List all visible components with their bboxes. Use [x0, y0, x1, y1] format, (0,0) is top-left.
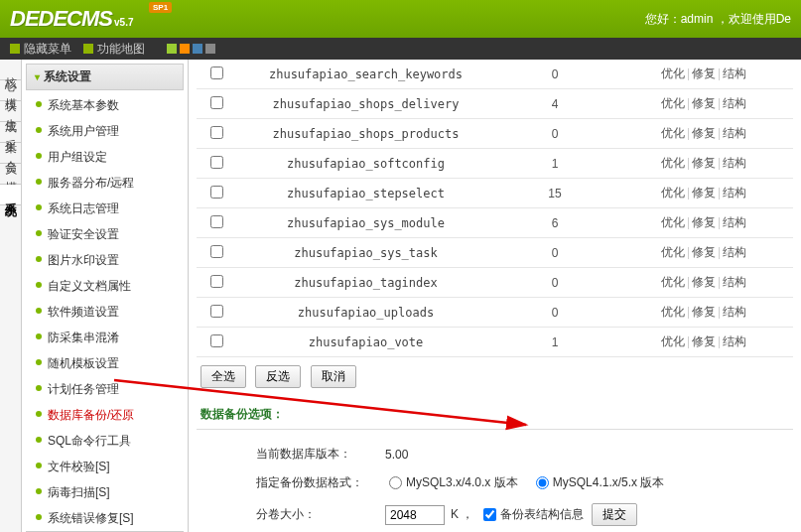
structure-link[interactable]: 结构	[723, 126, 746, 140]
repair-link[interactable]: 修复	[692, 96, 716, 110]
vtab-system[interactable]: 系统	[0, 185, 21, 205]
sp-badge: SP1	[149, 2, 172, 13]
sidebar-item[interactable]: 系统用户管理	[26, 118, 184, 144]
sidebar-item[interactable]: 图片水印设置	[26, 247, 184, 273]
sidebar-item[interactable]: 软件频道设置	[26, 299, 184, 325]
hide-menu-link[interactable]: 隐藏菜单	[10, 41, 71, 58]
cancel-button[interactable]: 取消	[311, 365, 356, 388]
sidebar-item[interactable]: 系统基本参数	[26, 92, 184, 118]
repair-link[interactable]: 修复	[692, 126, 716, 140]
vtab-collect[interactable]: 采集	[0, 122, 21, 143]
structure-link[interactable]: 结构	[723, 96, 746, 110]
row-checkbox[interactable]	[210, 215, 223, 228]
optimize-link[interactable]: 优化	[661, 275, 685, 289]
format-radio-old[interactable]	[389, 476, 402, 489]
hide-menu-label: 隐藏菜单	[24, 41, 71, 58]
theme-orange[interactable]	[180, 44, 190, 54]
optimize-link[interactable]: 优化	[661, 186, 685, 200]
structure-link[interactable]: 结构	[723, 334, 746, 348]
optimize-link[interactable]: 优化	[661, 126, 685, 140]
optimize-link[interactable]: 优化	[661, 96, 685, 110]
row-checkbox[interactable]	[210, 96, 223, 109]
repair-link[interactable]: 修复	[692, 186, 716, 200]
sidebar-item[interactable]: 用户组设定	[26, 144, 184, 170]
sidebar-section-system[interactable]: 系统设置	[26, 64, 184, 90]
invert-select-button[interactable]: 反选	[255, 365, 301, 388]
optimize-link[interactable]: 优化	[661, 245, 685, 259]
row-checkbox[interactable]	[210, 245, 223, 258]
vtab-core[interactable]: 核心	[0, 60, 21, 80]
sidebar-item[interactable]: 防采集串混淆	[26, 325, 184, 350]
sidebar: 系统设置 系统基本参数 系统用户管理 用户组设定 服务器分布/远程 系统日志管理…	[22, 60, 189, 532]
sidebar-item[interactable]: SQL命令行工具	[26, 428, 184, 454]
sidebar-item[interactable]: 服务器分布/远程	[26, 170, 184, 196]
sidebar-item-db-backup[interactable]: 数据库备份/还原	[26, 402, 184, 428]
vtab-member[interactable]: 会员	[0, 143, 21, 164]
optimize-link[interactable]: 优化	[661, 305, 685, 319]
backup-options-title: 数据备份选项：	[197, 396, 793, 430]
sidebar-item[interactable]: 随机模板设置	[26, 350, 184, 376]
optimize-link[interactable]: 优化	[661, 66, 685, 80]
logo-text: DEDECMS	[10, 6, 112, 32]
volume-input[interactable]	[385, 505, 445, 525]
format-opt1-label: MySQL3.x/4.0.x 版本	[406, 474, 518, 491]
structure-link[interactable]: 结构	[723, 245, 746, 259]
row-checkbox[interactable]	[210, 156, 223, 169]
theme-blue[interactable]	[193, 44, 202, 54]
table-count-cell: 0	[495, 119, 614, 149]
optimize-link[interactable]: 优化	[661, 156, 685, 170]
vtab-module[interactable]: 模块	[0, 80, 21, 101]
sidebar-item[interactable]: 文件校验[S]	[26, 454, 184, 479]
logo-version: v5.7	[114, 17, 133, 28]
optimize-link[interactable]: 优化	[661, 215, 685, 229]
repair-link[interactable]: 修复	[692, 305, 716, 319]
repair-link[interactable]: 修复	[692, 334, 716, 348]
table-name-cell: zhusufapiao_stepselect	[236, 179, 495, 208]
structure-link[interactable]: 结构	[723, 305, 746, 319]
structure-link[interactable]: 结构	[723, 215, 746, 229]
structure-link[interactable]: 结构	[723, 186, 746, 200]
repair-link[interactable]: 修复	[692, 156, 716, 170]
select-all-button[interactable]: 全选	[200, 365, 246, 388]
sidebar-item[interactable]: 系统错误修复[S]	[26, 505, 184, 531]
format-radio-new[interactable]	[536, 476, 549, 489]
optimize-link[interactable]: 优化	[661, 334, 685, 348]
top-header: DEDECMS v5.7 SP1 您好：admin ，欢迎使用De	[0, 0, 801, 38]
row-checkbox[interactable]	[210, 305, 223, 318]
repair-link[interactable]: 修复	[692, 245, 716, 259]
vtab-template[interactable]: 模板	[0, 164, 21, 185]
repair-link[interactable]: 修复	[692, 215, 716, 229]
table-ops-cell: 优化|修复|结构	[614, 60, 793, 89]
vtab-generate[interactable]: 生成	[0, 101, 21, 122]
db-version-value: 5.00	[385, 448, 408, 462]
welcome-text: 您好：admin ，欢迎使用De	[645, 11, 791, 28]
sidebar-item[interactable]: 验证安全设置	[26, 221, 184, 247]
table-row: zhusufapiao_sys_module6优化|修复|结构	[197, 208, 793, 238]
left-vertical-tabs: 核心 模块 生成 采集 会员 模板 系统	[0, 60, 22, 532]
row-checkbox[interactable]	[210, 334, 223, 347]
structure-link[interactable]: 结构	[723, 156, 746, 170]
row-checkbox[interactable]	[210, 66, 223, 79]
sidebar-item[interactable]: 系统日志管理	[26, 196, 184, 221]
repair-link[interactable]: 修复	[692, 66, 716, 80]
db-table: zhusufapiao_search_keywords0优化|修复|结构zhus…	[197, 60, 793, 357]
sidebar-item[interactable]: 自定义文档属性	[26, 273, 184, 299]
table-action-row: 全选 反选 取消	[197, 357, 793, 396]
db-version-label: 当前数据库版本：	[256, 446, 385, 463]
table-ops-cell: 优化|修复|结构	[614, 298, 793, 328]
row-checkbox[interactable]	[210, 126, 223, 139]
repair-link[interactable]: 修复	[692, 275, 716, 289]
struct-checkbox[interactable]	[483, 508, 496, 521]
volume-row: 分卷大小： K ， 备份表结构信息 提交	[197, 497, 793, 532]
submit-button[interactable]: 提交	[592, 503, 637, 526]
sidebar-item[interactable]: 计划任务管理	[26, 376, 184, 402]
row-checkbox[interactable]	[210, 275, 223, 288]
structure-link[interactable]: 结构	[723, 66, 746, 80]
row-checkbox[interactable]	[210, 186, 223, 199]
site-map-link[interactable]: 功能地图	[83, 41, 145, 58]
theme-gray[interactable]	[205, 44, 215, 54]
theme-green[interactable]	[167, 44, 177, 54]
table-row: zhusufapiao_search_keywords0优化|修复|结构	[197, 60, 793, 89]
sidebar-item[interactable]: 病毒扫描[S]	[26, 479, 184, 505]
structure-link[interactable]: 结构	[723, 275, 746, 289]
